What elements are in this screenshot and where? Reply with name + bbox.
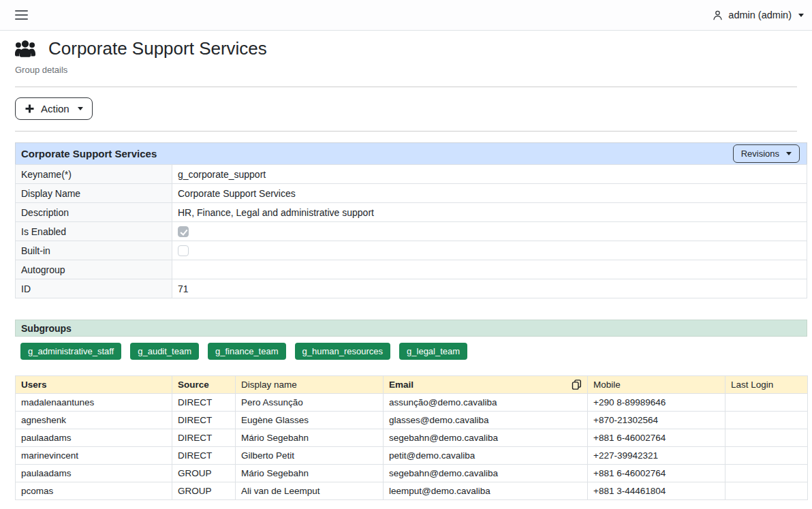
table-cell: +227-39942321 [588,447,725,465]
field-row: Is Enabled [16,222,807,241]
column-header-label: Last Login [731,380,773,390]
chevron-down-icon [798,14,804,17]
user-menu-label: admin (admin) [728,10,792,20]
table-cell: Mário Segebahn [236,465,384,482]
chevron-down-icon [78,107,83,110]
column-header-label: Source [178,380,209,390]
table-cell: Pero Assunção [236,394,384,412]
column-header-label: Mobile [593,380,621,390]
field-row: DescriptionHR, Finance, Legal and admini… [16,203,807,222]
table-row: pcomasGROUPAli van de Leemputleemput@dem… [16,482,808,500]
table-cell: paulaadams [16,465,172,482]
chevron-down-icon [786,152,792,155]
users-table: UsersSourceDisplay nameEmailMobileLast L… [15,375,808,500]
subgroup-badge[interactable]: g_audit_team [130,343,199,360]
field-value: g_corporate_support [172,165,807,184]
table-cell: Ali van de Leemput [236,482,384,500]
divider [15,131,797,132]
table-cell: petit@demo.cavaliba [384,447,588,465]
details-table-body: Keyname(*)g_corporate_supportDisplay Nam… [16,165,807,298]
group-icon [15,40,35,58]
column-header-users[interactable]: Users [16,376,172,394]
page-subtitle: Group details [15,65,797,75]
field-row: Autogroup [16,260,807,279]
column-header-source[interactable]: Source [172,376,236,394]
field-value: Corporate Support Services [172,184,807,203]
checkbox-unchecked [178,245,189,256]
details-table: Keyname(*)g_corporate_supportDisplay Nam… [15,164,807,298]
table-cell [725,465,808,482]
table-cell: +290 8-89989646 [588,394,725,412]
table-cell: +881 6-46002764 [588,465,725,482]
field-value [172,260,807,279]
table-cell: GROUP [172,465,236,482]
column-header-label: Display name [241,380,297,390]
action-button-label: Action [41,103,69,114]
copy-icon[interactable] [572,380,582,390]
table-cell: pcomas [16,482,172,500]
subgroup-badge[interactable]: g_legal_team [399,343,467,360]
field-label: Is Enabled [16,222,172,241]
group-details-panel: Corporate Support Services Revisions Key… [15,142,807,298]
field-row: Keyname(*)g_corporate_support [16,165,807,184]
details-panel-header: Corporate Support Services Revisions [15,142,807,164]
field-label: Built-in [16,241,172,260]
users-table-header-row: UsersSourceDisplay nameEmailMobileLast L… [16,376,808,394]
subgroup-badge[interactable]: g_administrative_staff [20,343,121,360]
table-cell: GROUP [172,482,236,500]
table-cell: madalenaantunes [16,394,172,412]
revisions-button[interactable]: Revisions [733,144,800,163]
table-cell: +881 3-44461804 [588,482,725,500]
topbar: admin (admin) [0,0,812,31]
table-cell: +881 6-46002764 [588,429,725,447]
page-header: Corporate Support Services Group details [0,31,812,75]
table-cell: paulaadams [16,429,172,447]
table-cell: Eugène Glasses [236,412,384,429]
field-label: Autogroup [16,260,172,279]
person-icon [712,10,723,21]
table-cell: glasses@demo.cavaliba [384,412,588,429]
table-row: paulaadamsGROUPMário Segebahnsegebahn@de… [16,465,808,482]
table-cell: +870-21302564 [588,412,725,429]
table-cell [725,447,808,465]
details-panel-title: Corporate Support Services [21,148,157,159]
field-label: Display Name [16,184,172,203]
table-cell: DIRECT [172,412,236,429]
column-header-label: Email [389,380,413,390]
column-header-mobile[interactable]: Mobile [588,376,725,394]
table-cell [725,482,808,500]
table-cell: agneshenk [16,412,172,429]
hamburger-menu-icon[interactable] [15,10,28,20]
field-label: ID [16,279,172,298]
table-row: madalenaantunesDIRECTPero Assunçãoassunç… [16,394,808,412]
users-table-body: madalenaantunesDIRECTPero Assunçãoassunç… [16,394,808,500]
table-cell [725,394,808,412]
table-cell [725,429,808,447]
field-value: 71 [172,279,807,298]
action-button[interactable]: Action [15,97,93,120]
table-cell: marinevincent [16,447,172,465]
column-header-display-name[interactable]: Display name [236,376,384,394]
column-header-last-login[interactable]: Last Login [725,376,808,394]
subgroups-header: Subgroups [15,320,807,337]
column-header-label: Users [21,380,47,390]
subgroup-badge[interactable]: g_finance_team [208,343,286,360]
revisions-button-label: Revisions [741,149,779,159]
field-value: HR, Finance, Legal and administrative su… [172,203,807,222]
user-menu[interactable]: admin (admin) [712,10,804,21]
subgroup-badge[interactable]: g_human_resources [295,343,391,360]
table-cell: DIRECT [172,429,236,447]
field-label: Keyname(*) [16,165,172,184]
column-header-email[interactable]: Email [384,376,588,394]
plus-icon [25,104,35,114]
field-row: ID71 [16,279,807,298]
subgroups-badges: g_administrative_staffg_audit_teamg_fina… [20,343,812,360]
table-cell: leemput@demo.cavaliba [384,482,588,500]
divider [15,87,797,87]
table-row: agneshenkDIRECTEugène Glassesglasses@dem… [16,412,808,429]
table-cell: Gilberto Petit [236,447,384,465]
field-label: Description [16,203,172,222]
table-cell: segebahn@demo.cavaliba [384,429,588,447]
field-value [172,241,807,260]
table-cell: assunção@demo.cavaliba [384,394,588,412]
